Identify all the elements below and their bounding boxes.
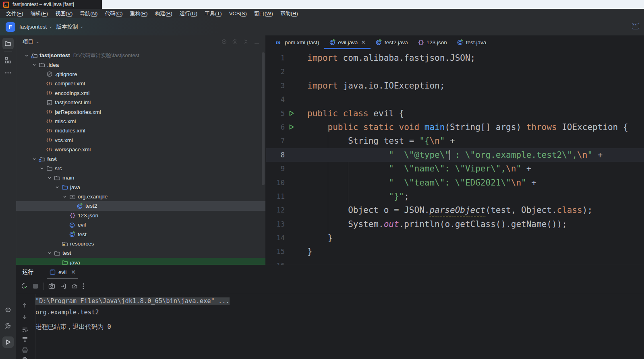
tree-row-encodings.xml[interactable]: encodings.xml <box>16 89 265 98</box>
tree-row-src[interactable]: src <box>16 164 265 173</box>
code-line-2[interactable]: 2 <box>266 65 644 78</box>
editor-tab-test2.java[interactable]: test2.java <box>371 35 413 49</box>
tree-row-java[interactable]: java <box>16 182 265 192</box>
code-line-13[interactable]: 13 System.out.println(o.getClass().getNa… <box>266 217 644 231</box>
chevron-down-icon[interactable] <box>32 157 36 161</box>
locate-icon[interactable] <box>221 39 227 45</box>
trash-icon[interactable] <box>22 357 28 359</box>
tree-row-main[interactable]: main <box>16 173 265 182</box>
menu-item-7[interactable]: 构建(B) <box>151 9 176 18</box>
softwrap-icon[interactable] <box>22 327 28 332</box>
project-panel-title[interactable]: 项目 <box>23 38 33 45</box>
chevron-down-icon[interactable] <box>63 195 67 199</box>
hide-icon[interactable] <box>254 39 260 45</box>
close-icon[interactable]: ✕ <box>71 269 76 275</box>
code-line-7[interactable]: 7 String test = "{\n" + <box>266 134 644 148</box>
run-tab-evil[interactable]: evil ✕ <box>47 265 78 279</box>
tree-row-modules.xml[interactable]: modules.xml <box>16 126 265 135</box>
menu-item-9[interactable]: 工具(T) <box>201 9 226 18</box>
code-line-12[interactable]: 12 Object o = JSON.parseObject(test, Obj… <box>266 203 644 217</box>
tree-row-resources[interactable]: resources <box>16 239 265 248</box>
code-line-5[interactable]: 5public class evil { <box>266 107 644 120</box>
editor-tab-pom.xml (fast)[interactable]: mpom.xml (fast) <box>271 35 324 49</box>
rerun-icon[interactable] <box>21 283 28 289</box>
printer-icon[interactable] <box>22 347 28 353</box>
code-line-8[interactable]: 8 " \"@type\" : \"org.example.test2\",\n… <box>266 148 644 162</box>
tree-row-workspace.xml[interactable]: workspace.xml <box>16 145 265 154</box>
code-line-4[interactable]: 4 <box>266 93 644 106</box>
tree-row-fast[interactable]: fast <box>16 154 265 163</box>
tree-row-fastjsontest[interactable]: fastjsontestD:\代码审计实验\fastjsontest <box>16 51 265 60</box>
collapse-icon[interactable] <box>243 39 249 45</box>
code-line-15[interactable]: 15} <box>266 245 644 258</box>
scrollend-icon[interactable] <box>22 336 28 342</box>
activity-button-run-tool[interactable] <box>2 336 14 348</box>
menu-item-3[interactable]: 视图(V) <box>52 9 76 18</box>
tree-row-compiler.xml[interactable]: compiler.xml <box>16 79 265 88</box>
chevron-down-icon[interactable] <box>55 185 59 189</box>
close-icon[interactable]: ✕ <box>361 39 366 45</box>
tree-row-test[interactable]: test <box>16 248 265 258</box>
menu-item-2[interactable]: 编辑(E) <box>27 9 52 18</box>
tree-row-java[interactable]: java <box>16 258 265 265</box>
attach-icon[interactable] <box>60 283 66 289</box>
console-output[interactable]: "D:\Program Files\Java\jdk1.8.0_65\bin\j… <box>35 295 644 359</box>
stop-icon[interactable] <box>33 283 38 289</box>
menu-item-1[interactable]: 文件(F) <box>2 9 27 18</box>
chevron-down-icon[interactable] <box>48 251 52 255</box>
editor-tab-123.json[interactable]: {}123.json <box>413 35 452 49</box>
code-line-10[interactable]: 10 " \"team\": \"EDG2021\"\n" + <box>266 176 644 190</box>
tree-row-test[interactable]: test <box>16 229 265 239</box>
menu-item-5[interactable]: 代码(C) <box>101 9 126 18</box>
tree-row-.idea[interactable]: .idea <box>16 60 265 69</box>
code-editor[interactable]: 1import com.alibaba.fastjson.JSON;23impo… <box>266 49 644 265</box>
run-gutter-icon[interactable] <box>288 110 294 116</box>
menu-item-11[interactable]: 窗口(W) <box>251 9 277 18</box>
code-line-9[interactable]: 9 " \"name\": \"Viper\",\n" + <box>266 162 644 175</box>
gauge-icon[interactable] <box>71 283 78 289</box>
project-switcher[interactable]: fastjsontest ⌄ <box>19 24 52 30</box>
menu-item-10[interactable]: VCS(S) <box>226 9 251 18</box>
code-line-11[interactable]: 11 "}"; <box>266 190 644 203</box>
tree-row-evil[interactable]: evil <box>16 220 265 229</box>
menu-item-6[interactable]: 重构(R) <box>126 9 151 18</box>
activity-button-more-tools[interactable] <box>2 67 14 78</box>
camera-icon[interactable] <box>48 283 55 289</box>
tree-row-fastjsontest.iml[interactable]: fastjsontest.iml <box>16 98 265 107</box>
code-line-6[interactable]: 6 public static void main(String[] args)… <box>266 120 644 134</box>
line-number: 4 <box>266 93 285 106</box>
arrow-up-icon[interactable] <box>22 303 27 308</box>
tree-row-test2[interactable]: test2 <box>16 201 265 210</box>
editor-tab-test.java[interactable]: test.java <box>452 35 491 49</box>
activity-button-build-tool[interactable] <box>2 320 14 332</box>
chevron-down-icon[interactable] <box>48 176 52 180</box>
code-line-14[interactable]: 14 } <box>266 231 644 245</box>
window-layout-icon[interactable] <box>632 23 639 29</box>
tree-scrollbar[interactable] <box>262 52 265 185</box>
code-line-1[interactable]: 1import com.alibaba.fastjson.JSON; <box>266 51 644 65</box>
tree-row-jarRepositories.xml[interactable]: jarRepositories.xml <box>16 107 265 116</box>
chevron-down-icon[interactable] <box>40 166 44 170</box>
menu-item-12[interactable]: 帮助(H) <box>277 9 302 18</box>
chevron-down-icon[interactable] <box>32 63 36 67</box>
arrow-down-icon[interactable] <box>22 314 27 320</box>
code-line-16[interactable]: 16 <box>266 259 644 265</box>
tree-row-vcs.xml[interactable]: vcs.xml <box>16 136 265 145</box>
activity-button-structure-tool[interactable] <box>2 54 14 66</box>
editor-tab-evil.java[interactable]: evil.java✕ <box>324 35 371 49</box>
tree-label: org.example <box>78 194 108 200</box>
run-gutter-icon[interactable] <box>288 124 294 130</box>
settings-icon[interactable] <box>232 39 238 45</box>
tree-row-123.json[interactable]: {}123.json <box>16 211 265 220</box>
code-line-3[interactable]: 3import java.io.IOException; <box>266 79 644 93</box>
vcs-widget[interactable]: 版本控制 ⌄ <box>56 23 83 31</box>
tree-row-misc.xml[interactable]: misc.xml <box>16 117 265 126</box>
tree-row-.gitignore[interactable]: .gitignore <box>16 70 265 79</box>
menu-item-4[interactable]: 导航(N) <box>76 9 101 18</box>
activity-button-services-tool[interactable] <box>2 304 14 316</box>
activity-button-project-tool[interactable] <box>2 38 14 49</box>
kebab-icon[interactable] <box>83 283 84 289</box>
menu-item-8[interactable]: 运行(U) <box>176 9 201 18</box>
chevron-down-icon[interactable] <box>25 54 29 58</box>
tree-row-org.example[interactable]: org.example <box>16 192 265 201</box>
